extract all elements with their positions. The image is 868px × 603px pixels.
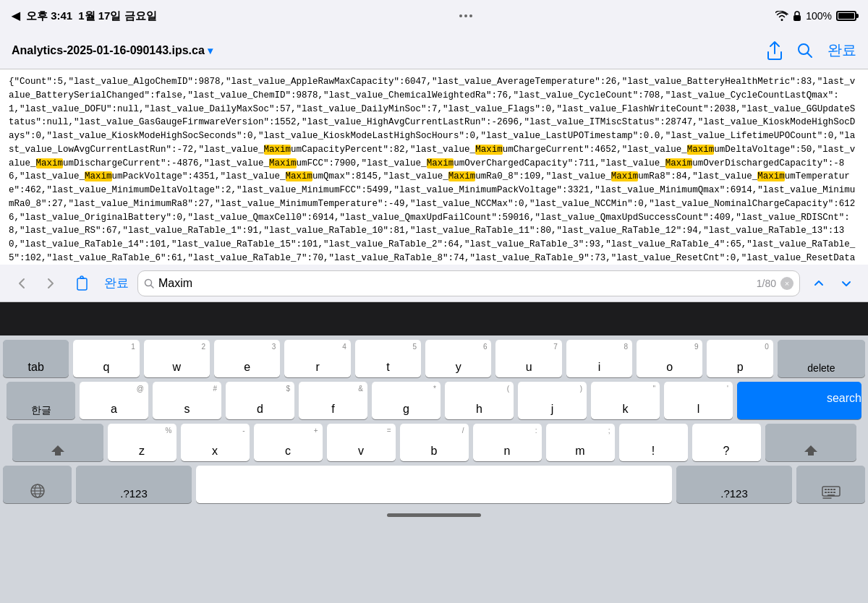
highlight-9: Maxim (286, 171, 313, 181)
svg-rect-19 (827, 495, 835, 496)
key-g[interactable]: * g (372, 382, 441, 419)
key-keyboard[interactable] (796, 466, 865, 503)
back-arrow[interactable]: ◀ (12, 9, 20, 22)
highlight-4: Maxim (36, 158, 64, 168)
key-e[interactable]: 3 e (214, 340, 280, 377)
title-bar-done-button[interactable]: 완료 (827, 40, 856, 60)
key-z[interactable]: % z (108, 424, 176, 461)
key-u[interactable]: 7 u (495, 340, 561, 377)
svg-rect-14 (833, 489, 835, 490)
search-bar: 완료 1/80 × (0, 265, 868, 302)
search-mag-icon (144, 278, 154, 288)
key-o[interactable]: 9 o (637, 340, 702, 377)
key-question[interactable]: ? (692, 424, 761, 461)
key-num-right[interactable]: .?123 (676, 466, 792, 503)
content-text-2: umCapacityPercent":82,"last_value_ (291, 145, 475, 155)
battery-icon (836, 11, 856, 21)
key-v[interactable]: = v (327, 424, 396, 461)
globe-icon (30, 483, 46, 499)
content-text-9: umPackVoltage":4351,"last_value_ (112, 171, 286, 181)
key-space[interactable] (196, 466, 672, 503)
search-prev-button[interactable] (806, 270, 832, 296)
key-l[interactable]: ' l (664, 382, 733, 419)
keyboard-row-2: 한글 @ a # s $ d & f * g ( h ) j (0, 377, 868, 419)
key-b[interactable]: / b (400, 424, 469, 461)
shift-right-icon (803, 444, 819, 457)
keyboard-row-3: % z - x + c = v / b : n ; m ! (0, 419, 868, 461)
key-exclamation[interactable]: ! (619, 424, 688, 461)
key-s[interactable]: # s (153, 382, 221, 419)
highlight-6: Maxim (427, 158, 454, 168)
title-bar-actions: 완료 (767, 40, 856, 61)
key-hangul[interactable]: 한글 (7, 382, 75, 419)
battery-percent: 100% (806, 10, 832, 22)
search-input[interactable] (158, 277, 752, 290)
svg-rect-12 (827, 489, 830, 490)
key-num-left[interactable]: .?123 (76, 466, 192, 503)
key-num-right-label: .?123 (720, 488, 748, 499)
highlight-3: Maxim (687, 145, 715, 155)
key-search[interactable]: search (737, 382, 861, 419)
key-n[interactable]: : n (473, 424, 542, 461)
key-hangul-label: 한글 (31, 405, 51, 415)
content-text-13: umTemperature":462,"last_value_MinimumDe… (9, 171, 855, 265)
title-bar: Analytics-2025-01-16-090143.ips.ca ▾ 완료 (0, 32, 868, 69)
highlight-5: Maxim (269, 158, 297, 168)
svg-rect-16 (827, 492, 830, 493)
keyboard-icon (822, 486, 841, 499)
key-h[interactable]: ( h (445, 382, 514, 419)
key-y[interactable]: 6 y (425, 340, 491, 377)
content-text-before: {"Count":5,"last_value_AlgoChemID":9878,… (9, 77, 855, 155)
key-c[interactable]: + c (254, 424, 323, 461)
nav-back-button[interactable] (9, 270, 35, 296)
search-next-button[interactable] (833, 270, 859, 296)
key-p[interactable]: 0 p (707, 340, 773, 377)
keyboard: tab 1 q 2 w 3 e 4 r 5 t 6 y 7 u (0, 335, 868, 603)
dropdown-chevron[interactable]: ▾ (208, 45, 213, 56)
key-d[interactable]: $ d (226, 382, 294, 419)
search-nav-buttons (9, 270, 64, 296)
key-f[interactable]: & f (299, 382, 367, 419)
key-shift-left[interactable] (12, 424, 103, 461)
key-i[interactable]: 8 i (566, 340, 632, 377)
content-text-6: umFCC":7900,"last_value_ (297, 158, 427, 168)
key-k[interactable]: " k (591, 382, 660, 419)
key-j[interactable]: ) j (518, 382, 587, 419)
key-shift-right[interactable] (765, 424, 856, 461)
key-globe[interactable] (3, 466, 72, 503)
status-date: 1월 17일 금요일 (78, 9, 156, 23)
svg-rect-18 (833, 492, 835, 493)
search-icon[interactable] (797, 43, 813, 59)
title-bar-title: Analytics-2025-01-16-090143.ips.ca ▾ (12, 44, 761, 57)
nav-forward-button[interactable] (38, 270, 64, 296)
svg-rect-2 (77, 278, 87, 290)
dots-menu (459, 14, 472, 17)
svg-rect-3 (80, 278, 85, 279)
key-q[interactable]: 1 q (73, 340, 139, 377)
content-area: {"Count":5,"last_value_AlgoChemID":9878,… (0, 69, 868, 265)
key-tab[interactable]: tab (3, 340, 69, 377)
key-t[interactable]: 5 t (355, 340, 421, 377)
status-bar-left: ◀ 오후 3:41 1월 17일 금요일 (12, 9, 157, 23)
content-text-7: umOverChargedCapacity":711,"last_value_ (454, 158, 665, 168)
key-a[interactable]: @ a (80, 382, 148, 419)
key-w[interactable]: 2 w (144, 340, 210, 377)
key-search-label: search (827, 393, 861, 404)
svg-rect-11 (825, 489, 827, 490)
svg-rect-17 (830, 492, 833, 493)
content-text-11: umRa0_8":109,"last_value_ (475, 171, 611, 181)
svg-rect-13 (830, 489, 833, 490)
key-x[interactable]: - x (181, 424, 250, 461)
keyboard-row-1: tab 1 q 2 w 3 e 4 r 5 t 6 y 7 u (0, 335, 868, 377)
key-tab-label: tab (28, 362, 44, 373)
key-r[interactable]: 4 r (284, 340, 350, 377)
share-icon[interactable] (767, 40, 783, 61)
search-clear-button[interactable]: × (780, 277, 793, 290)
key-num-left-label: .?123 (120, 488, 148, 499)
highlight-7: Maxim (665, 158, 693, 168)
key-m[interactable]: ; m (546, 424, 615, 461)
key-delete[interactable]: delete (778, 340, 865, 377)
clipboard-button[interactable] (69, 270, 95, 296)
search-done-button[interactable]: 완료 (101, 275, 132, 291)
highlight-10: Maxim (448, 171, 476, 181)
